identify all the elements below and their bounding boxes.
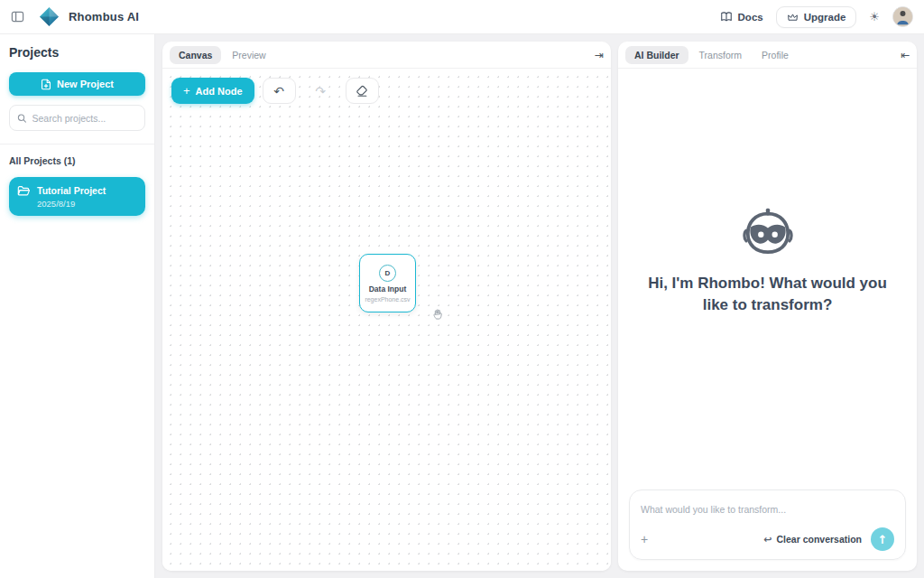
file-plus-icon bbox=[41, 79, 51, 90]
project-search bbox=[9, 105, 145, 131]
tab-ai-builder[interactable]: AI Builder bbox=[625, 46, 688, 64]
hand-cursor-icon bbox=[430, 307, 445, 322]
search-icon bbox=[17, 113, 27, 124]
canvas-tabbar: Canvas Preview ⇥ bbox=[162, 42, 611, 69]
clear-icon: ↩ bbox=[763, 534, 772, 545]
panel-left-icon bbox=[11, 10, 24, 23]
ai-builder-panel: AI Builder Transform Profile ⇤ bbox=[618, 42, 917, 571]
undo-icon: ↶ bbox=[273, 84, 284, 98]
redo-button[interactable]: ↷ bbox=[304, 78, 337, 104]
shell: Projects New Project All Projects (1) bbox=[0, 34, 924, 578]
flow-canvas[interactable]: + Add Node ↶ ↷ bbox=[162, 69, 611, 571]
add-node-button[interactable]: + Add Node bbox=[171, 78, 254, 104]
project-date: 2025/8/19 bbox=[37, 199, 106, 209]
sun-icon: ☀ bbox=[869, 10, 880, 23]
clear-conversation-button[interactable]: ↩ Clear conversation bbox=[763, 534, 862, 545]
header: Rhombus AI Docs Upgrade ☀ bbox=[0, 0, 924, 34]
ai-tabbar: AI Builder Transform Profile ⇤ bbox=[618, 42, 917, 69]
folder-icon bbox=[17, 185, 30, 197]
docs-button[interactable]: Docs bbox=[720, 11, 763, 23]
book-icon bbox=[720, 11, 733, 23]
docs-label: Docs bbox=[738, 12, 763, 23]
undo-button[interactable]: ↶ bbox=[263, 78, 296, 104]
send-arrow-icon: ↑ bbox=[878, 533, 888, 546]
send-button[interactable]: ↑ bbox=[871, 527, 894, 551]
project-item-tutorial[interactable]: Tutorial Project 2025/8/19 bbox=[9, 177, 145, 216]
chat-input-card: + ↩ Clear conversation ↑ bbox=[629, 489, 906, 560]
eraser-icon bbox=[356, 85, 368, 98]
chat-input[interactable] bbox=[641, 504, 894, 515]
app-title: Rhombus AI bbox=[69, 10, 139, 23]
search-input[interactable] bbox=[32, 113, 137, 124]
redo-icon: ↷ bbox=[315, 84, 326, 98]
theme-toggle-button[interactable]: ☀ bbox=[869, 10, 880, 23]
attach-button[interactable]: + bbox=[641, 533, 648, 545]
eraser-button[interactable] bbox=[346, 78, 379, 104]
node-subtitle: regexPhone.csv bbox=[365, 296, 410, 303]
all-projects-label: All Projects (1) bbox=[9, 155, 145, 166]
header-actions: Docs Upgrade ☀ bbox=[720, 6, 913, 28]
sidebar-toggle-button[interactable] bbox=[11, 10, 24, 23]
node-title: Data Input bbox=[369, 284, 407, 294]
sidebar-title: Projects bbox=[9, 45, 145, 60]
upgrade-button[interactable]: Upgrade bbox=[776, 6, 857, 28]
chat-actions: + ↩ Clear conversation ↑ bbox=[641, 527, 894, 551]
new-project-label: New Project bbox=[57, 79, 114, 89]
avatar-image bbox=[893, 7, 912, 26]
project-item-text: Tutorial Project 2025/8/19 bbox=[37, 184, 106, 209]
crown-icon bbox=[787, 12, 799, 23]
plus-icon: + bbox=[183, 85, 190, 97]
canvas-toolbar: + Add Node ↶ ↷ bbox=[171, 78, 379, 104]
app-root: Rhombus AI Docs Upgrade ☀ bbox=[0, 0, 924, 578]
project-name: Tutorial Project bbox=[37, 184, 106, 197]
tab-canvas[interactable]: Canvas bbox=[170, 46, 221, 64]
avatar[interactable] bbox=[892, 6, 913, 27]
rhombo-robot-icon bbox=[742, 206, 794, 258]
new-project-button[interactable]: New Project bbox=[9, 72, 145, 96]
collapse-left-icon[interactable]: ⇤ bbox=[901, 49, 910, 61]
add-node-label: Add Node bbox=[196, 86, 243, 97]
ai-welcome: Hi, I'm Rhombo! What would you like to t… bbox=[618, 69, 917, 489]
canvas-panel: Canvas Preview ⇥ + Add Node ↶ bbox=[162, 42, 611, 571]
app-logo bbox=[39, 6, 60, 27]
main-area: Canvas Preview ⇥ + Add Node ↶ bbox=[155, 34, 924, 578]
upgrade-label: Upgrade bbox=[804, 12, 846, 23]
projects-sidebar: Projects New Project All Projects (1) bbox=[0, 34, 155, 578]
greeting-text: Hi, I'm Rhombo! What would you like to t… bbox=[642, 273, 894, 316]
tab-profile[interactable]: Profile bbox=[753, 46, 798, 64]
clear-label: Clear conversation bbox=[776, 534, 862, 545]
attach-plus-icon: + bbox=[641, 532, 648, 546]
node-data-input[interactable]: D Data Input regexPhone.csv bbox=[359, 254, 416, 312]
node-badge: D bbox=[379, 265, 396, 282]
sidebar-divider bbox=[0, 144, 154, 144]
tab-transform[interactable]: Transform bbox=[690, 46, 751, 64]
collapse-right-icon[interactable]: ⇥ bbox=[595, 49, 604, 61]
tab-preview[interactable]: Preview bbox=[223, 46, 274, 64]
